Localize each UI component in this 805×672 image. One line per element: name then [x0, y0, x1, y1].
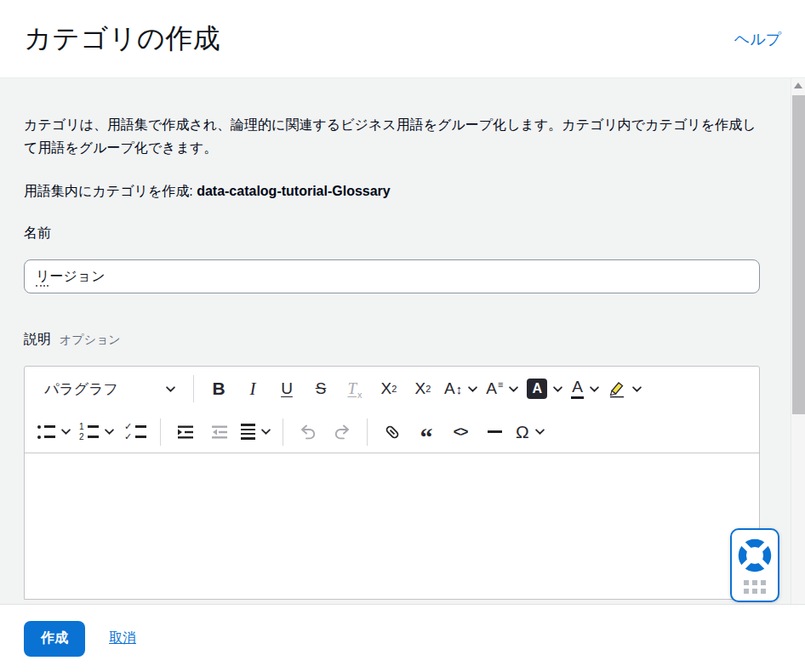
font-family-dropdown[interactable]: A ≡	[486, 373, 518, 405]
redo-icon	[333, 423, 351, 441]
link-icon	[383, 423, 402, 441]
chevron-down-icon	[590, 386, 599, 392]
outdent-button[interactable]	[207, 416, 232, 448]
vertical-scrollbar[interactable]	[791, 78, 805, 604]
drag-handle-dots[interactable]	[744, 580, 766, 594]
horizontal-line-button[interactable]	[482, 416, 507, 448]
glossary-name: data-catalog-tutorial-Glossary	[197, 184, 391, 198]
chevron-down-icon	[261, 429, 271, 435]
font-color-dropdown[interactable]: A	[571, 373, 599, 405]
spellcheck-underline	[36, 285, 49, 287]
dialog-header: カテゴリの作成 ヘルプ	[0, 0, 805, 78]
chevron-down-icon	[632, 386, 642, 392]
name-label: 名前	[24, 225, 760, 242]
strikethrough-button[interactable]: S	[308, 373, 334, 405]
omega-icon: Ω	[516, 422, 529, 442]
intro-text: カテゴリは、用語集で作成され、論理的に関連するビジネス用語をグループ化します。カ…	[24, 113, 760, 159]
editor-toolbar-row1: パラグラフ B I U S T x X 2 X 2	[25, 367, 759, 411]
font-size-arrows-icon: ↕	[456, 382, 463, 396]
lifebuoy-icon	[736, 537, 774, 574]
description-editor: パラグラフ B I U S T x X 2 X 2	[24, 366, 760, 600]
font-background-icon: A	[527, 379, 547, 399]
highlight-dropdown[interactable]	[608, 373, 642, 405]
name-input-wrap	[24, 259, 760, 293]
outdent-icon	[210, 423, 229, 441]
italic-button[interactable]: I	[240, 373, 265, 405]
create-in-label: 用語集内にカテゴリを作成:	[24, 184, 197, 198]
font-background-color-dropdown[interactable]: A	[527, 373, 562, 405]
indent-icon	[176, 423, 195, 441]
numbered-list-icon: 1 2	[79, 424, 99, 440]
paragraph-style-label: パラグラフ	[44, 379, 118, 399]
help-link[interactable]: ヘルプ	[734, 29, 781, 49]
scrollbar-thumb[interactable]	[792, 95, 805, 414]
scroll-up-button[interactable]	[791, 78, 805, 93]
toolbar-separator	[283, 419, 283, 446]
page-title: カテゴリの作成	[24, 20, 220, 58]
undo-button[interactable]	[295, 416, 321, 448]
chevron-down-icon	[509, 386, 518, 392]
name-input[interactable]	[24, 259, 760, 293]
font-family-lines-icon: ≡	[498, 373, 503, 390]
horizontal-line-icon	[488, 430, 502, 433]
bulleted-list-dropdown[interactable]	[37, 416, 71, 448]
underline-button[interactable]: U	[274, 373, 300, 405]
text-alignment-dropdown[interactable]	[241, 416, 271, 448]
quote-icon: “	[420, 433, 433, 441]
special-characters-dropdown[interactable]: Ω	[516, 416, 545, 448]
paragraph-style-dropdown[interactable]: パラグラフ	[37, 373, 184, 405]
create-button[interactable]: 作成	[24, 621, 85, 657]
chevron-down-icon	[468, 386, 477, 392]
cancel-link[interactable]: 取消	[109, 629, 136, 647]
indent-button[interactable]	[173, 416, 198, 448]
dialog-content: カテゴリは、用語集で作成され、論理的に関連するビジネス用語をグループ化します。カ…	[0, 78, 805, 604]
description-editor-textarea[interactable]	[25, 453, 759, 599]
align-icon	[241, 424, 255, 440]
blockquote-button[interactable]: “	[414, 416, 439, 448]
checklist-icon: ✓ ✓	[124, 424, 146, 440]
checklist-button[interactable]: ✓ ✓	[123, 416, 148, 448]
undo-icon	[299, 423, 317, 441]
create-category-dialog: カテゴリの作成 ヘルプ カテゴリは、用語集で作成され、論理的に関連するビジネス用…	[0, 0, 805, 672]
chevron-down-icon	[61, 429, 71, 435]
redo-button[interactable]	[329, 416, 355, 448]
chevron-down-icon	[553, 386, 562, 392]
remove-format-icon: T	[347, 379, 357, 398]
bullet-list-icon	[37, 424, 55, 440]
link-button[interactable]	[380, 416, 405, 448]
dialog-footer: 作成 取消	[0, 604, 805, 672]
description-label-row: 説明 オプション	[24, 331, 760, 349]
numbered-list-dropdown[interactable]: 1 2	[79, 416, 114, 448]
font-size-dropdown[interactable]: A ↕	[444, 373, 477, 405]
highlight-pen-icon	[608, 379, 626, 398]
toolbar-separator	[193, 375, 194, 402]
code-button[interactable]: <>	[448, 416, 473, 448]
bold-button[interactable]: B	[206, 373, 231, 405]
description-label: 説明	[24, 331, 51, 349]
scroll-up-arrow	[794, 83, 802, 88]
chevron-down-icon	[166, 386, 175, 392]
glossary-line: 用語集内にカテゴリを作成: data-catalog-tutorial-Glos…	[24, 183, 760, 201]
remove-format-button[interactable]: T x	[342, 373, 368, 405]
editor-toolbar-row2: 1 2 ✓ ✓	[25, 411, 759, 453]
code-icon: <>	[454, 424, 468, 440]
toolbar-separator	[160, 419, 161, 446]
toolbar-separator	[367, 419, 368, 446]
subscript-button[interactable]: X 2	[376, 373, 402, 405]
optional-label: オプション	[60, 333, 121, 348]
chevron-down-icon	[535, 429, 545, 435]
chevron-down-icon	[105, 429, 114, 435]
superscript-button[interactable]: X 2	[410, 373, 436, 405]
help-widget-button[interactable]	[730, 528, 779, 602]
font-color-icon: A	[571, 379, 584, 399]
